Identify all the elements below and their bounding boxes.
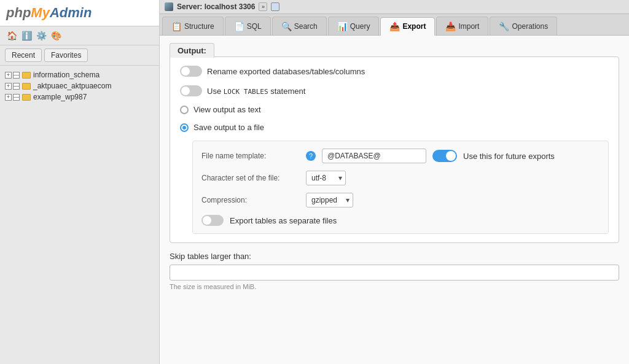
tab-operations-label: Operations xyxy=(512,22,548,31)
filename-row: File name template: ? Use this for futur… xyxy=(201,149,600,163)
query-icon: 📊 xyxy=(337,21,348,31)
list-item[interactable]: + — information_schema xyxy=(2,69,157,80)
view-text-label: View output as text xyxy=(193,105,261,114)
logo-my: My xyxy=(31,5,50,20)
future-exports-knob xyxy=(446,151,456,161)
favorites-button[interactable]: Favorites xyxy=(44,48,88,62)
rename-toggle[interactable] xyxy=(180,66,202,77)
compression-select[interactable]: none zipped gzipped xyxy=(306,193,353,207)
expand-icon: + — xyxy=(5,72,20,79)
logo-area: phpMyAdmin xyxy=(0,0,159,26)
nav-buttons: Recent Favorites xyxy=(0,45,159,66)
future-exports-label: Use this for future exports xyxy=(463,152,555,161)
tab-import-label: Import xyxy=(458,22,479,31)
list-item[interactable]: + — _aktpuaec_aktpuaecom xyxy=(2,80,157,91)
compression-select-wrapper: none zipped gzipped xyxy=(306,193,353,207)
lock-tables-toggle-knob xyxy=(181,87,190,95)
rename-toggle-knob xyxy=(181,67,190,76)
output-label: Output: xyxy=(170,43,214,58)
server-icon xyxy=(165,2,173,11)
charset-label: Character set of the file: xyxy=(201,174,300,182)
info-icon[interactable]: ℹ️ xyxy=(21,30,32,41)
db-icon xyxy=(22,72,31,79)
database-tree: + — information_schema + — _aktpuaec_akt… xyxy=(0,66,159,364)
skip-tables-section: Skip tables larger than: The size is mea… xyxy=(170,252,619,290)
tab-sql[interactable]: 📄 SQL xyxy=(225,17,271,35)
logo-admin: Admin xyxy=(50,5,92,20)
tab-export[interactable]: 📤 Export xyxy=(380,17,435,36)
filename-input[interactable] xyxy=(322,149,426,163)
db-name: information_schema xyxy=(33,71,100,79)
tab-bar: 📋 Structure 📄 SQL 🔍 Search 📊 Query 📤 Exp… xyxy=(160,14,629,36)
tab-operations[interactable]: 🔧 Operations xyxy=(490,17,557,35)
db-name: _aktpuaec_aktpuaecom xyxy=(33,82,111,90)
compression-row: Compression: none zipped gzipped xyxy=(201,193,600,207)
db-icon xyxy=(22,83,31,90)
charset-select[interactable]: utf-8 utf-16 latin1 ascii xyxy=(306,171,346,185)
tab-structure-label: Structure xyxy=(184,22,214,31)
db-icon xyxy=(22,94,31,101)
rename-option-row: Rename exported databases/tables/columns xyxy=(180,66,609,77)
save-file-radio[interactable] xyxy=(180,123,189,132)
filename-help-icon[interactable]: ? xyxy=(306,151,316,161)
server-bar: Server: localhost 3306 » xyxy=(160,0,629,14)
tab-import[interactable]: 📥 Import xyxy=(436,17,488,35)
structure-icon: 📋 xyxy=(171,21,182,31)
list-item[interactable]: + — example_wp987 xyxy=(2,91,157,103)
separate-files-label: Export tables as separate files xyxy=(230,216,337,225)
logo-php: php xyxy=(6,5,31,20)
tab-sql-label: SQL xyxy=(247,22,262,31)
home-icon[interactable]: 🏠 xyxy=(6,30,17,41)
separate-files-knob xyxy=(203,216,211,225)
expand-icon: + — xyxy=(5,94,20,101)
theme-icon[interactable]: 🎨 xyxy=(50,30,61,41)
sidebar: phpMyAdmin 🏠 ℹ️ ⚙️ 🎨 Recent Favorites + … xyxy=(0,0,160,364)
separate-files-row: Export tables as separate files xyxy=(201,215,600,226)
import-icon: 📥 xyxy=(445,21,456,31)
lock-tables-toggle[interactable] xyxy=(180,85,202,96)
tab-export-label: Export xyxy=(402,22,426,31)
filename-label: File name template: xyxy=(201,152,300,160)
expand-server-button[interactable]: » xyxy=(259,2,267,11)
compression-label: Compression: xyxy=(201,196,300,204)
disk-icon xyxy=(271,2,279,11)
tab-query-label: Query xyxy=(350,22,370,31)
lock-tables-option-row: Use LOCK TABLES statement xyxy=(180,85,609,96)
separate-files-toggle[interactable] xyxy=(201,215,224,226)
skip-tables-input[interactable] xyxy=(170,265,619,281)
view-text-option-row: View output as text xyxy=(180,105,609,114)
settings-icon[interactable]: ⚙️ xyxy=(36,30,47,41)
save-file-label: Save output to a file xyxy=(193,123,264,132)
output-section: Rename exported databases/tables/columns… xyxy=(170,56,619,243)
lock-keyword: LOCK TABLES xyxy=(224,88,268,96)
content-area: Output: Rename exported databases/tables… xyxy=(160,36,629,364)
view-text-radio[interactable] xyxy=(180,106,189,114)
sidebar-toolbar: 🏠 ℹ️ ⚙️ 🎨 xyxy=(0,26,159,45)
recent-button[interactable]: Recent xyxy=(5,48,42,62)
main-area: Server: localhost 3306 » 📋 Structure 📄 S… xyxy=(160,0,629,364)
charset-row: Character set of the file: utf-8 utf-16 … xyxy=(201,171,600,185)
rename-label: Rename exported databases/tables/columns xyxy=(207,67,365,76)
db-name: example_wp987 xyxy=(33,93,87,101)
charset-select-wrapper: utf-8 utf-16 latin1 ascii xyxy=(306,171,346,185)
expand-icon: + — xyxy=(5,83,20,90)
server-title: Server: localhost 3306 xyxy=(177,2,255,11)
tab-search-label: Search xyxy=(294,22,318,31)
lock-tables-label: Use LOCK TABLES statement xyxy=(207,87,305,96)
sql-icon: 📄 xyxy=(234,21,244,31)
tab-query[interactable]: 📊 Query xyxy=(328,17,380,35)
tab-search[interactable]: 🔍 Search xyxy=(272,17,327,35)
file-options-subsection: File name template: ? Use this for futur… xyxy=(192,141,609,234)
skip-hint: The size is measured in MiB. xyxy=(170,283,619,290)
skip-label: Skip tables larger than: xyxy=(170,252,619,261)
export-icon: 📤 xyxy=(389,21,400,31)
tab-structure[interactable]: 📋 Structure xyxy=(162,17,224,35)
future-exports-toggle[interactable] xyxy=(432,150,457,162)
search-icon: 🔍 xyxy=(281,21,292,31)
save-file-option-row: Save output to a file xyxy=(180,123,609,132)
operations-icon: 🔧 xyxy=(499,21,509,31)
